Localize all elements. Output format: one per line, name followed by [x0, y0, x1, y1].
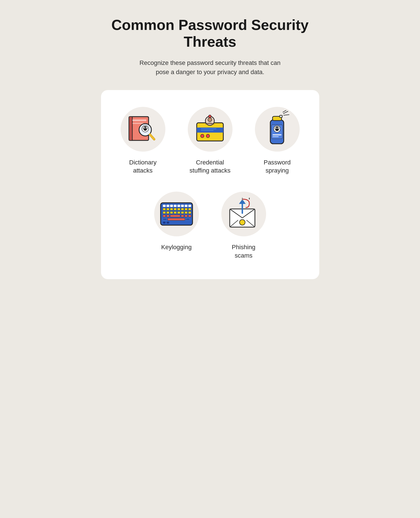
- svg-point-22: [208, 118, 212, 122]
- svg-rect-74: [186, 218, 190, 220]
- svg-rect-35: [273, 136, 279, 137]
- password-spraying-label: Passwordspraying: [264, 158, 291, 175]
- threat-item-keylogging: Keylogging: [149, 192, 205, 260]
- svg-rect-50: [163, 208, 166, 210]
- svg-rect-67: [166, 215, 169, 217]
- threat-item-phishing: Phishingscams: [216, 192, 272, 260]
- svg-rect-51: [166, 208, 169, 210]
- svg-rect-59: [166, 211, 169, 214]
- credential-icon-circle: [188, 107, 233, 152]
- svg-rect-42: [163, 205, 166, 207]
- svg-rect-47: [181, 205, 184, 207]
- svg-point-17: [201, 134, 204, 138]
- svg-rect-54: [177, 208, 180, 210]
- threats-card: Dictionaryattacks: [101, 90, 319, 279]
- threat-item-credential: Credentialstuffing attacks: [182, 107, 238, 175]
- svg-rect-48: [185, 205, 187, 207]
- svg-line-39: [284, 115, 289, 115]
- svg-rect-3: [132, 123, 144, 124]
- svg-rect-64: [185, 211, 187, 214]
- svg-rect-72: [163, 218, 167, 220]
- svg-rect-52: [170, 208, 173, 210]
- svg-rect-44: [170, 205, 173, 207]
- svg-rect-37: [280, 115, 282, 117]
- svg-point-28: [275, 128, 276, 129]
- keylogging-icon-circle: [154, 192, 199, 236]
- phishing-scams-icon: [227, 198, 261, 230]
- phishing-scams-label: Phishingscams: [232, 243, 255, 260]
- page-wrapper: Common Password Security Threats Recogni…: [101, 17, 319, 279]
- credential-stuffing-label: Credentialstuffing attacks: [189, 158, 230, 175]
- dictionary-attacks-label: Dictionaryattacks: [129, 158, 157, 175]
- svg-rect-62: [177, 211, 180, 214]
- svg-point-82: [240, 220, 245, 225]
- svg-point-7: [143, 127, 145, 128]
- svg-point-18: [206, 134, 210, 138]
- svg-rect-53: [174, 208, 177, 210]
- svg-rect-61: [174, 211, 177, 214]
- svg-rect-75: [163, 222, 166, 224]
- svg-rect-60: [170, 211, 173, 214]
- threats-bottom-row: Keylogging: [115, 192, 305, 260]
- svg-point-23: [208, 115, 211, 118]
- svg-line-40: [283, 110, 286, 112]
- svg-rect-20: [201, 130, 213, 131]
- svg-rect-46: [177, 205, 180, 207]
- svg-rect-63: [181, 211, 184, 214]
- svg-rect-65: [188, 211, 191, 214]
- svg-rect-56: [185, 208, 187, 210]
- svg-rect-34: [273, 134, 281, 135]
- threats-top-row: Dictionaryattacks: [115, 107, 305, 175]
- svg-rect-49: [188, 205, 191, 207]
- threat-item-spraying: Passwordspraying: [249, 107, 305, 175]
- page-title: Common Password Security Threats: [101, 17, 319, 50]
- svg-rect-57: [188, 208, 191, 210]
- svg-point-29: [277, 128, 279, 129]
- svg-rect-58: [163, 211, 166, 214]
- svg-rect-2: [132, 119, 146, 121]
- dictionary-attacks-icon: [126, 112, 160, 146]
- svg-rect-73: [168, 218, 185, 220]
- credential-stuffing-icon: [194, 113, 226, 145]
- svg-rect-66: [163, 215, 166, 217]
- svg-rect-70: [185, 215, 187, 217]
- svg-rect-69: [181, 215, 184, 217]
- svg-rect-76: [166, 222, 169, 224]
- svg-point-8: [146, 127, 147, 128]
- svg-rect-55: [181, 208, 184, 210]
- phishing-icon-circle: [221, 192, 266, 236]
- svg-rect-19: [201, 128, 216, 129]
- svg-rect-71: [188, 215, 191, 217]
- page-subtitle: Recognize these password security threat…: [135, 58, 286, 77]
- password-spraying-icon: [263, 110, 291, 148]
- svg-rect-68: [170, 215, 180, 217]
- svg-rect-45: [174, 205, 177, 207]
- spraying-icon-circle: [255, 107, 300, 152]
- svg-rect-1: [129, 117, 132, 140]
- threat-item-dictionary: Dictionaryattacks: [115, 107, 171, 175]
- dictionary-icon-circle: [121, 107, 165, 152]
- keylogging-icon: [158, 199, 195, 229]
- svg-rect-43: [166, 205, 169, 207]
- keylogging-label: Keylogging: [161, 243, 192, 251]
